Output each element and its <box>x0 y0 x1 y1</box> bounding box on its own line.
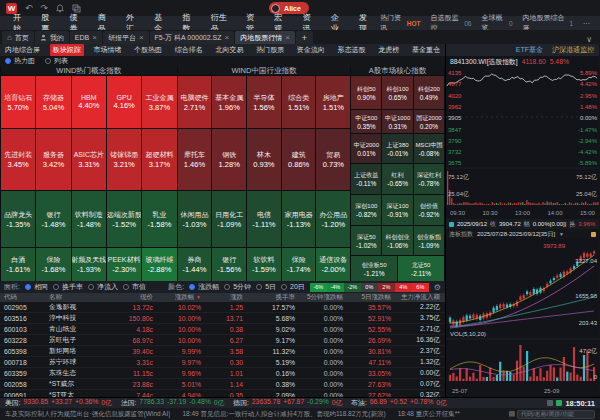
column-header[interactable]: 现价 <box>113 293 157 302</box>
column-header[interactable]: 涨跌 <box>205 293 247 302</box>
radio-option[interactable]: 热力图 <box>5 56 35 66</box>
heatmap-tile[interactable]: 科创创业-1.06% <box>382 226 412 255</box>
radio-option[interactable]: 相同 <box>25 282 48 292</box>
new-tab-button[interactable]: + <box>296 31 313 44</box>
radio-option[interactable]: 列表 <box>45 56 68 66</box>
heatmap-tile[interactable]: 培育钻石5.70% <box>1 76 35 128</box>
heatmap-tile[interactable]: 深创100-0.82% <box>351 195 381 225</box>
nav-item[interactable]: 个股热图 <box>131 44 165 56</box>
table-row[interactable]: 000718苏宁环球3.31c9.97%0.305.19%0.00%47.11%… <box>0 357 445 368</box>
menu-shortcut[interactable]: ··· <box>583 20 590 27</box>
heatmap-tile[interactable]: HBM4.40% <box>72 76 106 128</box>
column-header[interactable]: 换手率 <box>247 293 299 302</box>
heatmap-tile[interactable]: 摩托车1.46% <box>178 129 212 190</box>
heatmap-tile[interactable]: 贸易0.73% <box>316 129 350 190</box>
table-row[interactable]: 002905金逸影视13.72c10.02%1.2517.57%0.00%35.… <box>0 302 445 313</box>
column-header[interactable]: 5分钟涨跌幅 <box>299 293 347 302</box>
heatmap-tile[interactable]: 科创2000.49% <box>414 76 444 109</box>
heatmap-tile[interactable]: 电信-1.11% <box>247 191 281 247</box>
heatmap-tile[interactable]: 券商-1.44% <box>178 248 212 281</box>
chevron-down-icon[interactable]: ∨ <box>580 35 598 44</box>
heatmap-tile[interactable]: 创业板指-1.09% <box>414 226 444 255</box>
nav-item[interactable]: 北向交易 <box>212 44 246 56</box>
table-row[interactable]: 603228景旺电子68.97c10.00%6.279.17%0.00%26.0… <box>0 335 445 346</box>
heatmap-tile[interactable]: 北证50-2.11% <box>398 256 444 281</box>
layout-icon[interactable] <box>547 400 553 406</box>
index-quote[interactable]: 布油:66.89+0.52+0.78%0亿 <box>351 398 447 408</box>
heatmap-tile[interactable]: 射频及天线-1.93% <box>72 248 106 281</box>
heatmap-tile[interactable]: 锗镓锑墨3.21% <box>107 129 141 190</box>
gear-icon[interactable]: ⚙ <box>434 283 441 292</box>
heatmap-tile[interactable]: 创业板50-1.21% <box>351 256 397 281</box>
heatmap-tile[interactable]: 玻璃纤维-2.88% <box>142 248 176 281</box>
radio-option[interactable]: 净流入 <box>88 282 118 292</box>
heatmap-tile[interactable]: 综合类1.51% <box>282 76 316 128</box>
tab[interactable]: 研报平台× <box>103 31 149 44</box>
nav-item[interactable]: 资金流向 <box>294 44 328 56</box>
news-item[interactable]: 18:48 重庆公开征集** <box>398 410 460 419</box>
heatmap-tile[interactable]: 先进封装3.45% <box>1 129 35 190</box>
index-quote[interactable]: 美国:9330.85+33.27+0.36%0亿 <box>5 398 112 408</box>
heatmap-tile[interactable]: 保险-1.68% <box>36 248 70 281</box>
heatmap-tile[interactable]: 上证收益-0.11% <box>351 164 381 194</box>
heatmap-tile[interactable]: 日用化工-1.09% <box>212 191 246 247</box>
tab[interactable]: F5-万 科A 000002.SZ× <box>150 31 235 44</box>
close-icon[interactable]: × <box>285 33 290 42</box>
heatmap-tile[interactable]: 上证380-0.01% <box>382 134 412 163</box>
heatmap-tile[interactable]: 保险-1.74% <box>282 248 316 281</box>
heatmap-tile[interactable]: 半导体1.56% <box>247 76 281 128</box>
nav-item[interactable]: 市场情绪 <box>90 44 124 56</box>
heatmap-tile[interactable]: 深证100-0.91% <box>382 195 412 225</box>
heatmap-tile[interactable]: 银行-1.48% <box>36 191 70 247</box>
heatmap-tile[interactable]: 乳业-1.58% <box>142 191 176 247</box>
heatmap-tile[interactable]: 存储器5.04% <box>36 76 70 128</box>
heatmap-tile[interactable]: 品牌龙头-1.35% <box>1 191 35 247</box>
nav-item[interactable]: 板块跟踪 <box>50 44 84 56</box>
heatmap-tile[interactable]: MSCI中国-0.08% <box>414 134 444 163</box>
column-header[interactable]: 主力净流入额 <box>395 293 444 302</box>
heatmap-tile[interactable]: 深证红利-0.78% <box>414 164 444 194</box>
heatmap-tile[interactable]: 远端次新股-1.52% <box>107 191 141 247</box>
nav-item[interactable]: 龙虎榜 <box>375 44 402 56</box>
heatmap-tile[interactable]: 林木0.93% <box>247 129 281 190</box>
heatmap-tile[interactable]: 电脑硬件2.71% <box>178 76 212 128</box>
heatmap-tile[interactable]: 中证5000.35% <box>351 110 381 133</box>
heatmap-tile[interactable]: 深证50-1.02% <box>351 226 381 255</box>
heatmap-tile[interactable]: 国证20000.20% <box>414 110 444 133</box>
column-header[interactable]: 涨跌幅 ▼ <box>157 293 205 302</box>
heatmap-tile[interactable]: GPU4.16% <box>107 76 141 128</box>
heatmap-tile[interactable]: 办公用品-1.20% <box>316 191 350 247</box>
nav-item[interactable]: 综合排名 <box>172 44 206 56</box>
news-item[interactable]: 18:49 普见信息:一致行动人拟合计减持4万股、套现约118.82万元(新浪) <box>182 410 385 419</box>
table-row[interactable]: 603359东珠生态11.15c9.96%1.010.16%0.00%33.05… <box>0 368 445 379</box>
kline-chart[interactable]: 3973.89 VOL(5,10,20) 3227.041655.98203.4… <box>446 239 599 385</box>
column-header[interactable]: 代码 <box>0 293 45 302</box>
table-row[interactable]: 603516淳中科技150.80c10.00%13.715.68%0.00%52… <box>0 313 445 324</box>
heatmap-tile[interactable]: 房地产1.51% <box>316 76 350 128</box>
column-header[interactable]: 名称 <box>45 293 113 302</box>
heatmap-tile[interactable]: 中证10000.31% <box>382 110 412 133</box>
heatmap-tile[interactable]: 银行-1.56% <box>212 248 246 281</box>
nav-item[interactable]: 形态选股 <box>335 44 369 56</box>
table-row[interactable]: 002058*ST威尔23.88c5.01%1.140.38%0.00%27.6… <box>0 379 445 390</box>
radio-option[interactable]: 换手率 <box>53 282 83 292</box>
heatmap-tile[interactable]: 建筑0.86% <box>282 129 316 190</box>
radio-option[interactable]: 涨跌幅 <box>189 282 219 292</box>
table-row[interactable]: 605398新炬网络39.40c9.99%3.5811.32%0.00%30.8… <box>0 346 445 357</box>
command-input[interactable] <box>517 410 595 419</box>
heatmap-tile[interactable]: 通信设备-2.00% <box>316 248 350 281</box>
heatmap-tile[interactable]: 红利-0.65% <box>382 164 412 194</box>
index-quote[interactable]: 德国:23635.78+67.87-0.29%0亿 <box>233 398 342 408</box>
heatmap-tile[interactable]: 钢铁1.28% <box>212 129 246 190</box>
heatmap-tile[interactable]: ASIC芯片3.31% <box>72 129 106 190</box>
tab-etf-funds[interactable]: ETF基金 <box>516 45 543 55</box>
table-row[interactable]: 600103青山纸业4.18c10.00%0.389.02%0.00%52.55… <box>0 324 445 335</box>
nav-item[interactable]: 内地综合屏 <box>2 44 43 56</box>
index-quote[interactable]: 法国:7786.33-37.19-0.48%0亿 <box>121 398 224 408</box>
close-icon[interactable]: × <box>139 33 144 42</box>
tab[interactable]: 我的 <box>35 31 69 44</box>
heatmap-tile[interactable]: 白酒-1.61% <box>1 248 35 281</box>
heatmap-tile[interactable]: 科创1000.65% <box>382 76 412 109</box>
column-header[interactable]: 5日涨跌幅 <box>347 293 395 302</box>
news-item[interactable]: 车及实际控制人行为规范出台·强化信息披露监管(Wind AI) <box>5 410 170 419</box>
